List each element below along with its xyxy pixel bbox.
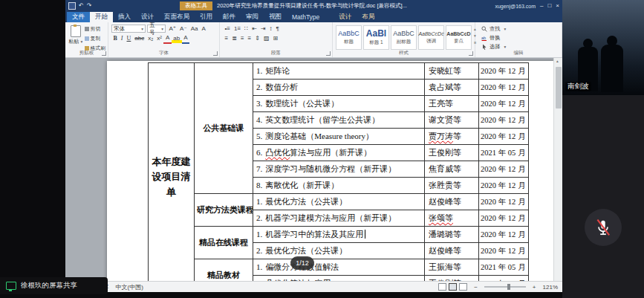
font-glyphs-row2-icon-5[interactable]: x² [155,34,164,43]
find-button[interactable]: 查找 ▾ [481,25,559,33]
person-cell[interactable]: 潘璐璐等 [425,227,479,243]
date-cell[interactable]: 2021 年 05 月← [479,145,529,161]
date-cell[interactable]: 2020 年 12 月← [479,178,529,194]
person-cell[interactable]: 焦育威等 [425,161,479,178]
tab-布局[interactable]: 布局 [357,12,380,22]
date-cell[interactable]: 2020 年 12 月← [479,161,529,178]
font-glyphs-row1-icon-2[interactable]: Aa [189,25,200,33]
person-cell[interactable]: 安晓虹等 [425,63,479,80]
dialog-launcher-icon[interactable] [326,51,331,56]
replace-button[interactable]: ab 替换 [481,34,559,42]
participant-video[interactable]: 南剑波 [562,0,644,95]
undo-icon[interactable]: ↶ [79,3,84,9]
font-glyphs-row2-icon-7[interactable]: ab [172,34,182,43]
dialog-launcher-icon[interactable] [102,51,106,56]
person-cell[interactable]: 张颂等 [425,210,479,227]
date-cell[interactable]: 2020 年 12 月← [479,243,529,259]
web-layout-icon[interactable] [459,283,467,291]
course-cell[interactable]: 2.最优化方法（公共课） [253,243,425,259]
date-cell[interactable]: 2021 年 05 月← [479,259,529,276]
person-cell[interactable]: 赵俊峰等 [425,194,479,210]
zoom-out-button[interactable]: − [474,284,478,291]
document-area[interactable]: 本年度建设项目清单公共基础课1.矩阵论安晓虹等2020 年 12 月←2.数值分… [65,58,562,281]
date-cell[interactable]: 2020 年 12 月← [479,96,529,112]
date-cell[interactable]: 2020 年 12 月← [479,112,529,129]
course-cell[interactable]: 1.最优化方法（公共课） [253,194,425,210]
para-glyphs-row1-icon-5[interactable]: ↕ [267,25,274,33]
scrollbar-thumb[interactable] [556,67,562,108]
row-header-cell[interactable]: 本年度建设项目清单 [149,63,195,282]
minimize-button[interactable]: – [540,3,543,9]
course-cell[interactable]: 7.深度学习与随机微分方程（新开课） [253,161,425,178]
para-glyphs-row1-icon-6[interactable]: ¶ [274,25,281,33]
course-cell[interactable]: 4.英文数理统计（留学生公共课） [253,112,425,129]
para-glyphs-row1-icon-3[interactable]: ⇤ [250,25,259,33]
date-cell[interactable]: 2020 年 12 月← [479,210,529,227]
para-glyphs-row2-icon-4[interactable]: ⇕ [253,34,262,43]
dialog-launcher-icon[interactable] [469,51,473,56]
course-cell[interactable]: 8.离散优化（新开课） [253,178,425,194]
read-mode-icon[interactable] [438,283,446,291]
para-glyphs-row1-icon-1[interactable]: 1≡ [232,25,242,33]
category-cell[interactable]: 公共基础课 [195,63,253,194]
font-glyphs-row2-icon-3[interactable]: abc [133,34,146,43]
save-icon[interactable] [68,2,76,10]
mic-muted-button[interactable] [585,209,622,246]
para-glyphs-row2-icon-6[interactable]: ⊞ [271,34,280,43]
para-glyphs-row1-icon-2[interactable]: ∷ [243,25,250,33]
date-cell[interactable]: 2020 年 12 月← [479,129,529,145]
tab-设计[interactable]: 设计 [334,12,357,22]
font-glyphs-row2-icon-0[interactable]: B [111,34,119,43]
course-cell[interactable]: 1.矩阵论 [253,63,425,80]
date-cell[interactable]: 2020 年 12 月← [479,194,529,210]
redo-icon[interactable]: ↷ [87,3,92,9]
person-cell[interactable]: 谢文贤等 [425,112,479,129]
course-cell[interactable]: 2.凸优化算法与应用 [253,276,425,282]
maximize-button[interactable]: □ [547,3,551,9]
copy-button[interactable]: 复制 [85,35,105,42]
para-glyphs-row1-icon-4[interactable]: ⇥ [258,25,267,33]
zoom-in-button[interactable]: + [533,284,536,291]
font-glyphs-row2-icon-4[interactable]: x₂ [146,34,155,43]
dialog-launcher-icon[interactable] [213,51,218,56]
style-chip-标题[interactable]: AaBbC标题 [336,25,362,50]
font-size-select[interactable]: 五号▾ [147,25,166,33]
tab-插入[interactable]: 插入 [113,12,136,22]
person-cell[interactable]: 王亮等 [425,96,479,112]
course-cell[interactable]: 1.偏微分方程数值解法 [253,259,425,276]
document-page[interactable]: 本年度建设项目清单公共基础课1.矩阵论安晓虹等2020 年 12 月←2.数值分… [107,61,554,281]
zoom-slider-thumb[interactable] [507,284,510,290]
scroll-up-icon[interactable]: ▴ [556,59,559,63]
paste-button[interactable]: 粘贴▾ [68,24,83,50]
font-glyphs-row2-icon-2[interactable]: U [125,34,133,43]
account-email[interactable]: xugenj@163.com [495,4,536,9]
course-cell[interactable]: 2.数值分析 [253,80,425,96]
person-cell[interactable]: 袁占斌等 [425,80,479,96]
category-cell[interactable]: 精品在线课程 [195,227,253,259]
style-chip-副标题[interactable]: AaBbC副标题 [391,25,417,50]
zoom-level[interactable]: 121% [543,284,558,291]
para-glyphs-row2-icon-2[interactable]: ≡ [238,34,246,43]
person-cell[interactable]: 张胜贵等 [425,178,479,194]
person-cell[interactable]: 赵俊峰等 [425,243,479,259]
category-cell[interactable]: 研究方法类课程 [195,194,253,227]
tab-引用[interactable]: 引用 [195,12,218,22]
style-chip-强调[interactable]: AaBbCcDc强调 [418,25,444,50]
para-glyphs-row2-icon-1[interactable]: ≣ [230,34,239,43]
style-chip-标题 1[interactable]: AaBl标题 1 [363,25,389,50]
font-glyphs-row1-icon-1[interactable]: A⁻ [178,25,189,33]
date-cell[interactable]: 2021 年 05 月← [479,276,529,282]
cut-button[interactable]: 剪切 [85,25,105,33]
course-cell[interactable]: 2.机器学习建模方法与应用（新开课） [253,210,425,227]
tab-页面布局[interactable]: 页面布局 [159,12,195,22]
font-glyphs-row2-icon-1[interactable]: I [119,34,125,43]
course-cell[interactable]: 1.机器学习中的算法及其应用 [253,227,425,243]
tab-视图[interactable]: 视图 [264,12,287,22]
font-glyphs-row1-icon-3[interactable]: A [200,25,207,33]
tab-开始[interactable]: 开始 [90,12,113,22]
tab-MathType[interactable]: MathType [287,12,325,22]
font-glyphs-row2-icon-6[interactable]: A [163,33,171,44]
language-status[interactable]: 中文(中国) [116,283,143,291]
person-cell[interactable]: 王俊刚等 [425,145,479,161]
date-cell[interactable]: 2020 年 12 月← [479,80,529,96]
